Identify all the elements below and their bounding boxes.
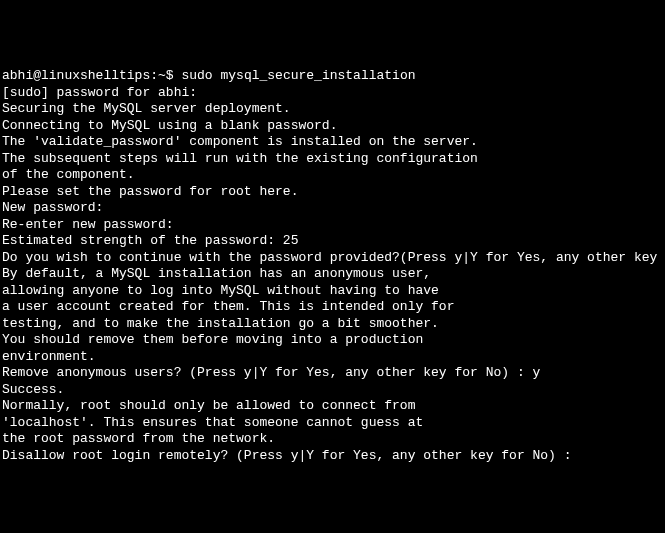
output-line: You should remove them before moving int… bbox=[2, 332, 663, 349]
output-line: Do you wish to continue with the passwor… bbox=[2, 250, 663, 267]
command-text: sudo mysql_secure_installation bbox=[181, 68, 415, 83]
output-line: [sudo] password for abhi: bbox=[2, 85, 663, 102]
prompt-symbol: $ bbox=[166, 68, 182, 83]
output-line: of the component. bbox=[2, 167, 663, 184]
prompt-line: abhi@linuxshelltips:~$ sudo mysql_secure… bbox=[2, 68, 663, 85]
output-line: Securing the MySQL server deployment. bbox=[2, 101, 663, 118]
output-line: By default, a MySQL installation has an … bbox=[2, 266, 663, 283]
prompt-user-host: abhi@linuxshelltips bbox=[2, 68, 150, 83]
output-line: Remove anonymous users? (Press y|Y for Y… bbox=[2, 365, 663, 382]
terminal-window[interactable]: abhi@linuxshelltips:~$ sudo mysql_secure… bbox=[2, 68, 663, 533]
output-line: The subsequent steps will run with the e… bbox=[2, 151, 663, 168]
output-line: a user account created for them. This is… bbox=[2, 299, 663, 316]
prompt-path: ~ bbox=[158, 68, 166, 83]
output-line: allowing anyone to log into MySQL withou… bbox=[2, 283, 663, 300]
output-line: Connecting to MySQL using a blank passwo… bbox=[2, 118, 663, 135]
output-line: the root password from the network. bbox=[2, 431, 663, 448]
output-line: Please set the password for root here. bbox=[2, 184, 663, 201]
output-line: environment. bbox=[2, 349, 663, 366]
output-line: The 'validate_password' component is ins… bbox=[2, 134, 663, 151]
output-line: Success. bbox=[2, 382, 663, 399]
output-line: Disallow root login remotely? (Press y|Y… bbox=[2, 448, 663, 465]
output-line: Estimated strength of the password: 25 bbox=[2, 233, 663, 250]
prompt-separator: : bbox=[150, 68, 158, 83]
output-line: testing, and to make the installation go… bbox=[2, 316, 663, 333]
output-line: 'localhost'. This ensures that someone c… bbox=[2, 415, 663, 432]
output-line: New password: bbox=[2, 200, 663, 217]
output-line: Re-enter new password: bbox=[2, 217, 663, 234]
output-line: Normally, root should only be allowed to… bbox=[2, 398, 663, 415]
